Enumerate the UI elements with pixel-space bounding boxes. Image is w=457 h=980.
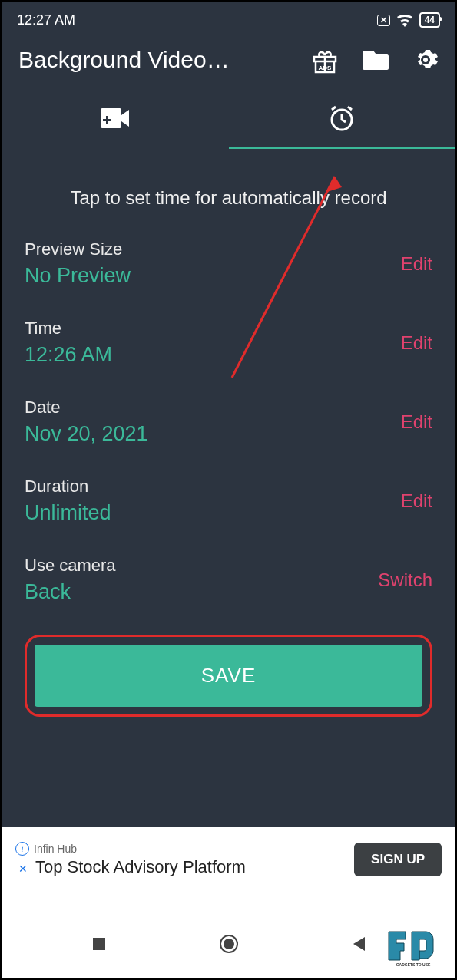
time-value: 12:26 AM xyxy=(25,343,112,367)
watermark: GADGETS TO USE xyxy=(386,929,440,971)
svg-point-6 xyxy=(224,939,234,949)
tabs xyxy=(2,87,455,149)
camera-switch[interactable]: Switch xyxy=(378,569,432,591)
ads-gift-icon[interactable]: ADS xyxy=(311,46,339,74)
setting-time[interactable]: Time 12:26 AM Edit xyxy=(25,318,432,367)
ad-close-icon[interactable]: ✕ xyxy=(18,863,28,875)
tab-indicator xyxy=(229,147,456,149)
time-label: Time xyxy=(25,318,112,338)
nav-back-button[interactable] xyxy=(349,934,369,954)
alarm-clock-icon xyxy=(328,104,356,132)
wifi-icon xyxy=(396,13,413,27)
setting-camera[interactable]: Use camera Back Switch xyxy=(25,556,432,604)
notification-icon: ✕ xyxy=(377,15,390,26)
time-edit[interactable]: Edit xyxy=(401,332,432,354)
svg-text:GADGETS TO USE: GADGETS TO USE xyxy=(396,962,431,967)
svg-marker-7 xyxy=(353,937,365,951)
tab-schedule[interactable] xyxy=(229,87,456,149)
ad-info-icon[interactable]: i xyxy=(15,842,29,856)
video-plus-icon xyxy=(100,107,131,129)
preview-size-edit[interactable]: Edit xyxy=(401,253,432,275)
app-bar: Background Video… ADS xyxy=(2,32,455,87)
preview-size-label: Preview Size xyxy=(25,239,131,259)
date-value: Nov 20, 2021 xyxy=(25,422,148,446)
save-button[interactable]: SAVE xyxy=(35,645,422,707)
duration-edit[interactable]: Edit xyxy=(401,490,432,512)
setting-preview-size[interactable]: Preview Size No Preview Edit xyxy=(25,239,432,288)
ad-signup-button[interactable]: SIGN UP xyxy=(354,843,442,876)
folder-icon[interactable] xyxy=(362,48,389,71)
ad-advertiser: Infin Hub xyxy=(34,843,77,855)
camera-label: Use camera xyxy=(25,556,116,576)
setting-date[interactable]: Date Nov 20, 2021 Edit xyxy=(25,398,432,446)
preview-size-value: No Preview xyxy=(25,264,131,288)
svg-text:ADS: ADS xyxy=(319,64,333,71)
svg-rect-4 xyxy=(93,938,105,950)
save-highlight-box: SAVE xyxy=(25,635,432,717)
camera-value: Back xyxy=(25,580,116,604)
app-title: Background Video… xyxy=(18,47,230,73)
tab-record[interactable] xyxy=(2,87,229,149)
status-bar: 12:27 AM ✕ 44 xyxy=(2,2,455,32)
duration-label: Duration xyxy=(25,477,111,497)
duration-value: Unlimited xyxy=(25,501,111,525)
nav-recents-button[interactable] xyxy=(89,934,109,954)
nav-home-button[interactable] xyxy=(219,934,239,954)
ad-headline: Top Stock Advisory Platform xyxy=(35,857,246,877)
settings-gear-icon[interactable] xyxy=(412,47,439,73)
date-edit[interactable]: Edit xyxy=(401,411,432,433)
clock: 12:27 AM xyxy=(17,12,75,28)
setting-duration[interactable]: Duration Unlimited Edit xyxy=(25,477,432,525)
instruction-text: Tap to set time for automatically record xyxy=(2,149,455,239)
ad-banner[interactable]: i Infin Hub ✕ Top Stock Advisory Platfor… xyxy=(3,834,454,885)
battery-icon: 44 xyxy=(419,12,440,28)
date-label: Date xyxy=(25,398,148,417)
